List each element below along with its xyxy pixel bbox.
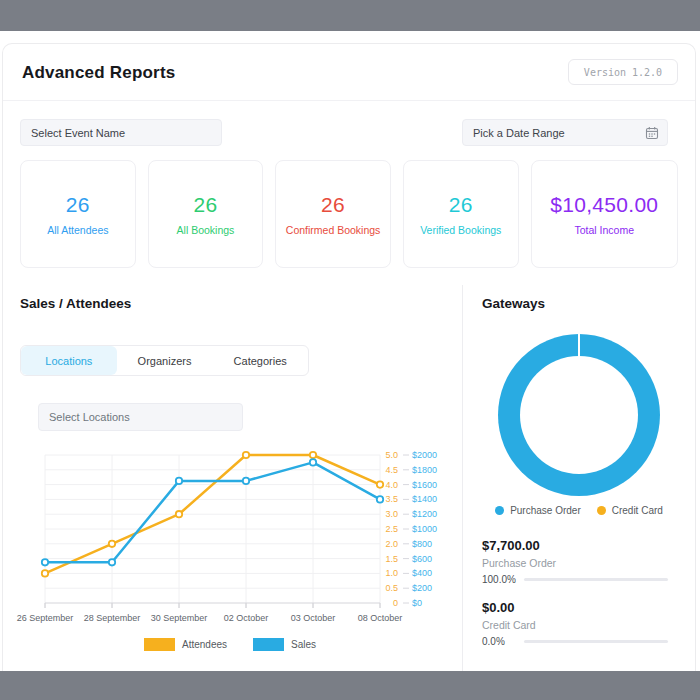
top-chrome-bar <box>0 0 700 31</box>
gateway-percent: 100.0% <box>482 574 516 585</box>
version-button[interactable]: Version 1.2.0 <box>568 59 678 85</box>
locations-input[interactable] <box>38 403 243 431</box>
svg-text:$200: $200 <box>412 583 432 593</box>
stat-value: 26 <box>193 193 217 217</box>
advanced-reports-page: Advanced Reports Version 1.2.0 26 All At… <box>0 0 700 700</box>
stat-label: Verified Bookings <box>420 224 501 236</box>
legend-label: Credit Card <box>612 505 663 516</box>
svg-text:$400: $400 <box>412 568 432 578</box>
donut-hole <box>520 356 638 474</box>
bottom-chrome-bar <box>0 671 700 700</box>
vertical-divider <box>462 285 463 671</box>
svg-text:$0: $0 <box>412 598 422 608</box>
gateway-amount: $7,700.00 <box>482 538 668 553</box>
stat-card-confirmed-bookings: 26 Confirmed Bookings <box>275 160 391 268</box>
event-name-select <box>20 119 222 146</box>
svg-text:$800: $800 <box>412 539 432 549</box>
date-range-input[interactable] <box>462 119 668 146</box>
stat-label: All Bookings <box>177 224 235 236</box>
tab-locations[interactable]: Locations <box>21 346 117 375</box>
svg-text:02 October: 02 October <box>224 613 269 623</box>
svg-text:$1200: $1200 <box>412 509 437 519</box>
line-chart-legend: Attendees Sales <box>0 638 460 651</box>
sales-tabs: Locations Organizers Categories <box>20 345 309 376</box>
event-name-input[interactable] <box>20 119 222 146</box>
stat-label: Confirmed Bookings <box>286 224 381 236</box>
legend-item-attendees: Attendees <box>144 638 227 651</box>
svg-text:$1800: $1800 <box>412 465 437 475</box>
stat-value: 26 <box>449 193 473 217</box>
stat-value: 26 <box>66 193 90 217</box>
stat-value: 26 <box>321 193 345 217</box>
svg-text:2.0: 2.0 <box>385 539 398 549</box>
gateways-donut-chart <box>498 334 660 496</box>
sales-attendees-title: Sales / Attendees <box>20 296 131 311</box>
header-divider <box>3 100 695 101</box>
gateway-progress: 100.0% <box>482 574 668 585</box>
svg-text:4.0: 4.0 <box>385 480 398 490</box>
purchase-order-dot <box>495 506 504 515</box>
stat-label: Total Income <box>575 224 635 236</box>
svg-text:28 September: 28 September <box>84 613 141 623</box>
svg-text:$1400: $1400 <box>412 494 437 504</box>
calendar-icon[interactable] <box>645 126 659 140</box>
stats-row: 26 All Attendees 26 All Bookings 26 Conf… <box>20 160 678 268</box>
svg-text:26 September: 26 September <box>17 613 74 623</box>
gateway-label: Credit Card <box>482 619 668 631</box>
gateway-percent: 0.0% <box>482 636 516 647</box>
svg-text:4.5: 4.5 <box>385 465 398 475</box>
legend-item-credit-card: Credit Card <box>597 505 663 516</box>
gateway-row-purchase-order: $7,700.00 Purchase Order 100.0% <box>482 538 668 585</box>
legend-label: Attendees <box>182 639 227 650</box>
date-range-picker <box>462 119 668 146</box>
svg-text:1.0: 1.0 <box>385 568 398 578</box>
locations-select <box>38 403 243 431</box>
svg-text:3.0: 3.0 <box>385 509 398 519</box>
tab-organizers[interactable]: Organizers <box>117 346 213 375</box>
svg-text:$1000: $1000 <box>412 524 437 534</box>
stat-card-all-attendees: 26 All Attendees <box>20 160 136 268</box>
stat-card-total-income: $10,450.00 Total Income <box>531 160 678 268</box>
gateways-title: Gateways <box>482 296 545 311</box>
svg-text:5.0: 5.0 <box>385 450 398 460</box>
svg-text:3.5: 3.5 <box>385 494 398 504</box>
legend-label: Sales <box>291 639 316 650</box>
gateway-label: Purchase Order <box>482 557 668 569</box>
stat-value: $10,450.00 <box>550 193 658 217</box>
svg-text:$2000: $2000 <box>412 450 437 460</box>
stat-card-all-bookings: 26 All Bookings <box>148 160 264 268</box>
progress-track <box>524 640 668 643</box>
sales-swatch <box>253 638 284 651</box>
donut-legend: Purchase Order Credit Card <box>466 505 692 516</box>
page-title: Advanced Reports <box>22 63 175 83</box>
gateway-row-credit-card: $0.00 Credit Card 0.0% <box>482 600 668 647</box>
svg-text:0.5: 0.5 <box>385 583 398 593</box>
stat-card-verified-bookings: 26 Verified Bookings <box>403 160 519 268</box>
svg-text:03 October: 03 October <box>291 613 336 623</box>
gateway-progress: 0.0% <box>482 636 668 647</box>
attendees-swatch <box>144 638 175 651</box>
svg-text:08 October: 08 October <box>358 613 403 623</box>
progress-track <box>524 578 668 581</box>
stat-label: All Attendees <box>47 224 108 236</box>
credit-card-dot <box>597 506 606 515</box>
tab-categories[interactable]: Categories <box>212 346 308 375</box>
svg-text:1.5: 1.5 <box>385 554 398 564</box>
svg-text:2.5: 2.5 <box>385 524 398 534</box>
gateway-amount: $0.00 <box>482 600 668 615</box>
legend-label: Purchase Order <box>510 505 581 516</box>
legend-item-sales: Sales <box>253 638 316 651</box>
svg-text:0: 0 <box>393 598 398 608</box>
svg-text:$600: $600 <box>412 554 432 564</box>
svg-text:$1600: $1600 <box>412 480 437 490</box>
legend-item-purchase-order: Purchase Order <box>495 505 581 516</box>
sales-attendees-line-chart: 0$00.5$2001.0$4001.5$6002.0$8002.5$10003… <box>0 443 460 627</box>
svg-text:30 September: 30 September <box>151 613 208 623</box>
